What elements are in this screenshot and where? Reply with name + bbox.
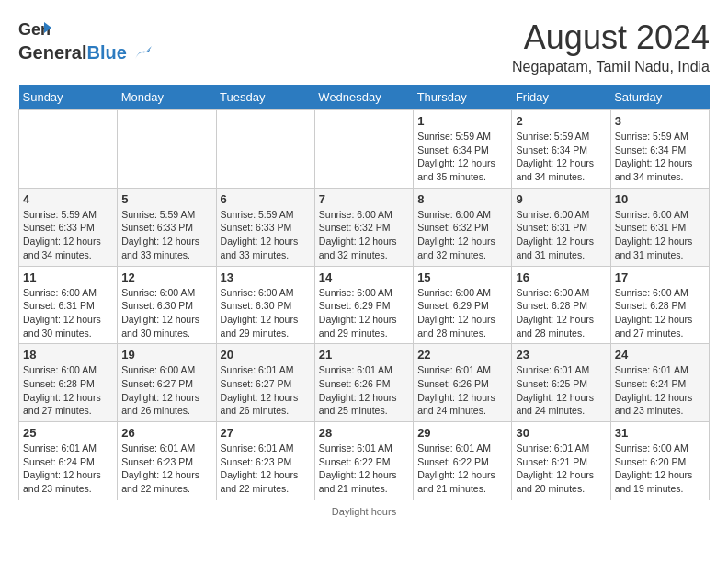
day-number: 25 (23, 426, 113, 440)
day-number: 12 (121, 270, 211, 284)
month-year-title: August 2024 (512, 18, 710, 57)
calendar-cell: 6Sunrise: 5:59 AM Sunset: 6:33 PM Daylig… (216, 188, 314, 266)
calendar-cell: 27Sunrise: 6:01 AM Sunset: 6:23 PM Dayli… (216, 422, 314, 500)
day-number: 27 (221, 426, 311, 440)
day-info: Sunrise: 6:01 AM Sunset: 6:21 PM Dayligh… (516, 442, 606, 496)
day-info: Sunrise: 6:00 AM Sunset: 6:28 PM Dayligh… (23, 363, 113, 418)
day-info: Sunrise: 6:01 AM Sunset: 6:27 PM Dayligh… (221, 363, 311, 418)
calendar-cell: 20Sunrise: 6:01 AM Sunset: 6:27 PM Dayli… (216, 344, 314, 422)
day-info: Sunrise: 5:59 AM Sunset: 6:33 PM Dayligh… (23, 208, 113, 262)
day-info: Sunrise: 5:59 AM Sunset: 6:34 PM Dayligh… (417, 130, 507, 184)
calendar-cell: 25Sunrise: 6:01 AM Sunset: 6:24 PM Dayli… (19, 422, 118, 500)
day-info: Sunrise: 6:01 AM Sunset: 6:23 PM Dayligh… (121, 442, 211, 496)
day-info: Sunrise: 6:00 AM Sunset: 6:32 PM Dayligh… (319, 208, 409, 262)
calendar-cell (216, 110, 314, 189)
calendar-cell: 24Sunrise: 6:01 AM Sunset: 6:24 PM Dayli… (610, 344, 709, 422)
calendar-cell: 9Sunrise: 6:00 AM Sunset: 6:31 PM Daylig… (512, 188, 610, 266)
calendar-cell (19, 110, 118, 189)
day-info: Sunrise: 6:01 AM Sunset: 6:24 PM Dayligh… (23, 442, 113, 496)
calendar-cell: 7Sunrise: 6:00 AM Sunset: 6:32 PM Daylig… (314, 188, 413, 266)
day-info: Sunrise: 6:00 AM Sunset: 6:28 PM Dayligh… (516, 286, 606, 340)
day-info: Sunrise: 6:00 AM Sunset: 6:20 PM Dayligh… (615, 442, 705, 496)
day-info: Sunrise: 6:00 AM Sunset: 6:31 PM Dayligh… (516, 208, 606, 262)
day-number: 22 (417, 348, 507, 362)
calendar-cell: 31Sunrise: 6:00 AM Sunset: 6:20 PM Dayli… (610, 422, 709, 500)
calendar-cell: 15Sunrise: 6:00 AM Sunset: 6:29 PM Dayli… (414, 266, 512, 344)
day-info: Sunrise: 6:00 AM Sunset: 6:29 PM Dayligh… (319, 286, 409, 340)
day-number: 3 (615, 114, 705, 128)
day-info: Sunrise: 5:59 AM Sunset: 6:33 PM Dayligh… (121, 208, 211, 262)
day-info: Sunrise: 6:00 AM Sunset: 6:31 PM Dayligh… (23, 286, 113, 340)
day-number: 21 (319, 348, 409, 362)
day-number: 30 (516, 426, 606, 440)
day-number: 23 (516, 348, 606, 362)
calendar-cell (314, 110, 413, 189)
day-number: 10 (615, 192, 705, 206)
day-header-sunday: Sunday (19, 85, 118, 110)
logo-icon: General (18, 18, 51, 44)
day-info: Sunrise: 6:01 AM Sunset: 6:26 PM Dayligh… (319, 363, 409, 418)
day-info: Sunrise: 6:01 AM Sunset: 6:24 PM Dayligh… (615, 363, 705, 418)
day-info: Sunrise: 6:01 AM Sunset: 6:22 PM Dayligh… (319, 442, 409, 496)
day-header-friday: Friday (512, 85, 610, 110)
calendar-cell: 22Sunrise: 6:01 AM Sunset: 6:26 PM Dayli… (414, 344, 512, 422)
location-subtitle: Negapatam, Tamil Nadu, India (512, 59, 710, 75)
logo-bird-icon (133, 46, 152, 63)
calendar-cell: 26Sunrise: 6:01 AM Sunset: 6:23 PM Dayli… (118, 422, 216, 500)
title-block: August 2024 Negapatam, Tamil Nadu, India (512, 18, 710, 75)
day-header-monday: Monday (118, 85, 216, 110)
calendar-cell: 23Sunrise: 6:01 AM Sunset: 6:25 PM Dayli… (512, 344, 610, 422)
day-info: Sunrise: 6:01 AM Sunset: 6:23 PM Dayligh… (221, 442, 311, 496)
day-info: Sunrise: 6:00 AM Sunset: 6:27 PM Dayligh… (121, 363, 211, 418)
day-info: Sunrise: 6:00 AM Sunset: 6:32 PM Dayligh… (417, 208, 507, 262)
day-number: 4 (23, 192, 113, 206)
day-info: Sunrise: 5:59 AM Sunset: 6:34 PM Dayligh… (615, 130, 705, 184)
calendar-cell: 14Sunrise: 6:00 AM Sunset: 6:29 PM Dayli… (314, 266, 413, 344)
day-number: 5 (121, 192, 211, 206)
day-info: Sunrise: 6:00 AM Sunset: 6:31 PM Dayligh… (615, 208, 705, 262)
calendar-cell: 8Sunrise: 6:00 AM Sunset: 6:32 PM Daylig… (414, 188, 512, 266)
page-header: General GeneralBlue August 2024 Negapata… (18, 18, 710, 75)
calendar-cell: 21Sunrise: 6:01 AM Sunset: 6:26 PM Dayli… (314, 344, 413, 422)
calendar-cell: 2Sunrise: 5:59 AM Sunset: 6:34 PM Daylig… (512, 110, 610, 189)
day-number: 18 (23, 348, 113, 362)
calendar-cell: 1Sunrise: 5:59 AM Sunset: 6:34 PM Daylig… (414, 110, 512, 189)
calendar-cell: 12Sunrise: 6:00 AM Sunset: 6:30 PM Dayli… (118, 266, 216, 344)
day-number: 28 (319, 426, 409, 440)
day-number: 2 (516, 114, 606, 128)
logo-blue: Blue (86, 42, 126, 63)
day-header-saturday: Saturday (610, 85, 709, 110)
day-number: 13 (221, 270, 311, 284)
day-number: 1 (417, 114, 507, 128)
day-number: 8 (417, 192, 507, 206)
calendar-table: SundayMondayTuesdayWednesdayThursdayFrid… (18, 85, 710, 500)
day-number: 26 (121, 426, 211, 440)
day-number: 16 (516, 270, 606, 284)
day-number: 17 (615, 270, 705, 284)
day-number: 19 (121, 348, 211, 362)
day-header-wednesday: Wednesday (314, 85, 413, 110)
logo-general: General (18, 42, 86, 63)
calendar-cell: 18Sunrise: 6:00 AM Sunset: 6:28 PM Dayli… (19, 344, 118, 422)
day-info: Sunrise: 6:01 AM Sunset: 6:26 PM Dayligh… (417, 363, 507, 418)
day-info: Sunrise: 6:00 AM Sunset: 6:30 PM Dayligh… (121, 286, 211, 340)
day-info: Sunrise: 5:59 AM Sunset: 6:33 PM Dayligh… (221, 208, 311, 262)
day-number: 31 (615, 426, 705, 440)
daylight-hours-label: Daylight hours (332, 506, 396, 517)
day-number: 29 (417, 426, 507, 440)
calendar-cell: 11Sunrise: 6:00 AM Sunset: 6:31 PM Dayli… (19, 266, 118, 344)
day-number: 7 (319, 192, 409, 206)
calendar-cell: 30Sunrise: 6:01 AM Sunset: 6:21 PM Dayli… (512, 422, 610, 500)
day-info: Sunrise: 6:00 AM Sunset: 6:30 PM Dayligh… (221, 286, 311, 340)
day-number: 20 (221, 348, 311, 362)
day-number: 9 (516, 192, 606, 206)
day-number: 11 (23, 270, 113, 284)
day-number: 14 (319, 270, 409, 284)
day-info: Sunrise: 5:59 AM Sunset: 6:34 PM Dayligh… (516, 130, 606, 184)
calendar-cell (118, 110, 216, 189)
calendar-cell: 16Sunrise: 6:00 AM Sunset: 6:28 PM Dayli… (512, 266, 610, 344)
calendar-cell: 19Sunrise: 6:00 AM Sunset: 6:27 PM Dayli… (118, 344, 216, 422)
day-header-tuesday: Tuesday (216, 85, 314, 110)
day-info: Sunrise: 6:01 AM Sunset: 6:25 PM Dayligh… (516, 363, 606, 418)
calendar-cell: 3Sunrise: 5:59 AM Sunset: 6:34 PM Daylig… (610, 110, 709, 189)
